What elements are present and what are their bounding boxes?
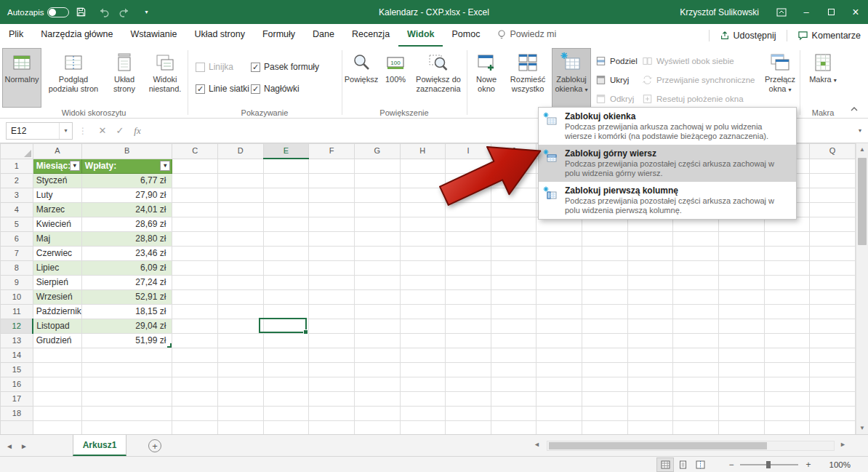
cell[interactable] [491,260,537,275]
cell[interactable] [718,319,764,333]
cell[interactable] [400,348,446,362]
cell[interactable]: 6,77 zł [81,173,172,188]
cell[interactable] [217,289,263,304]
cell[interactable] [263,202,309,217]
cell[interactable]: 51,99 zł [81,333,172,348]
cell[interactable] [81,362,172,377]
cell[interactable] [172,391,218,406]
vertical-scroll-thumb[interactable] [858,158,867,245]
cell[interactable] [810,362,856,377]
cell[interactable] [764,333,810,348]
formula-bar-handle[interactable]: ⋮ [79,126,88,136]
arrange-all-button[interactable]: Rozmieść wszystko [505,48,550,108]
cell[interactable] [217,188,263,202]
cell[interactable] [354,420,400,434]
cell[interactable] [582,377,628,391]
row-header-13[interactable]: 13 [1,333,33,348]
undo-button[interactable] [94,0,113,24]
zoom-button[interactable]: Powiększ [344,48,379,108]
freeze-panes-button[interactable]: Zablokuj okienka ▾ [552,48,591,108]
cell[interactable] [718,289,764,304]
cell[interactable] [309,304,355,319]
cell[interactable] [309,217,355,231]
cell[interactable] [354,333,400,348]
column-header-D[interactable]: D [217,144,263,159]
cell[interactable] [764,246,810,260]
statusbar-page-break-button[interactable] [691,457,709,472]
close-button[interactable]: × [843,0,868,24]
cell[interactable]: Listopad [33,319,81,333]
cell[interactable] [354,202,400,217]
cell[interactable] [217,304,263,319]
cell[interactable] [217,173,263,188]
formula-bar-checkbox[interactable]: ✓ Pasek formuły [251,60,319,74]
menu-item-freeze-panes[interactable]: Zablokuj okienkaPodczas przewijania arku… [539,108,796,145]
cell[interactable]: 28,69 zł [81,217,172,231]
cell[interactable] [263,304,309,319]
cell[interactable] [33,391,81,406]
row-header-3[interactable]: 3 [1,188,33,202]
cell[interactable] [446,406,491,420]
cell[interactable] [263,377,309,391]
cell[interactable] [810,333,856,348]
column-header-F[interactable]: F [309,144,355,159]
column-header-B[interactable]: B [81,144,172,159]
cell[interactable] [309,348,355,362]
column-header-E[interactable]: E [263,144,309,159]
cell[interactable]: 18,15 zł [81,304,172,319]
cell[interactable] [718,333,764,348]
add-sheet-button[interactable]: + [148,439,161,452]
cell[interactable] [810,319,856,333]
cell[interactable] [673,362,719,377]
cell[interactable] [627,304,673,319]
cell[interactable] [537,304,582,319]
tab-file[interactable]: Plik [0,24,32,47]
cell[interactable] [764,289,810,304]
cell[interactable] [491,319,537,333]
enter-icon[interactable]: ✓ [111,125,129,136]
cell[interactable] [810,304,856,319]
cell[interactable] [172,260,218,275]
redo-button[interactable] [116,0,134,24]
cell[interactable] [263,391,309,406]
ruler-checkbox[interactable]: Linijka [196,60,233,74]
active-cell-E12[interactable] [259,318,307,333]
cell[interactable] [217,348,263,362]
cell[interactable] [627,391,673,406]
cell[interactable] [354,391,400,406]
cell[interactable] [446,348,491,362]
cell[interactable] [673,231,719,246]
cell[interactable] [673,319,719,333]
split-button[interactable]: Podziel [595,52,638,70]
cell[interactable] [309,246,355,260]
tab-formulas[interactable]: Formuły [254,24,304,47]
cell[interactable] [627,362,673,377]
cell[interactable] [217,231,263,246]
tab-review[interactable]: Recenzja [343,24,398,47]
cell[interactable] [537,420,582,434]
cell[interactable]: Wrzesień [33,289,81,304]
cell[interactable] [491,391,537,406]
name-box[interactable]: E12 ▾ [6,122,73,140]
cell[interactable] [217,202,263,217]
cell[interactable] [810,377,856,391]
cell[interactable] [217,319,263,333]
cell[interactable] [810,260,856,275]
cell[interactable] [172,188,218,202]
cell[interactable]: Czerwiec [33,246,81,260]
cell[interactable] [354,304,400,319]
cell[interactable] [537,289,582,304]
cell[interactable] [309,275,355,289]
zoom-out-button[interactable]: − [726,457,737,472]
cell[interactable] [764,260,810,275]
cell[interactable] [718,348,764,362]
cell[interactable] [537,391,582,406]
autosave-toggle[interactable] [47,7,69,17]
cell[interactable]: 6,09 zł [81,260,172,275]
menu-item-freeze-first-column[interactable]: Zablokuj pierwszą kolumnęPodczas przewij… [539,182,796,219]
cell[interactable]: 28,80 zł [81,231,172,246]
cell[interactable] [309,173,355,188]
row-header-10[interactable]: 10 [1,289,33,304]
cell[interactable] [172,348,218,362]
cell[interactable] [217,391,263,406]
